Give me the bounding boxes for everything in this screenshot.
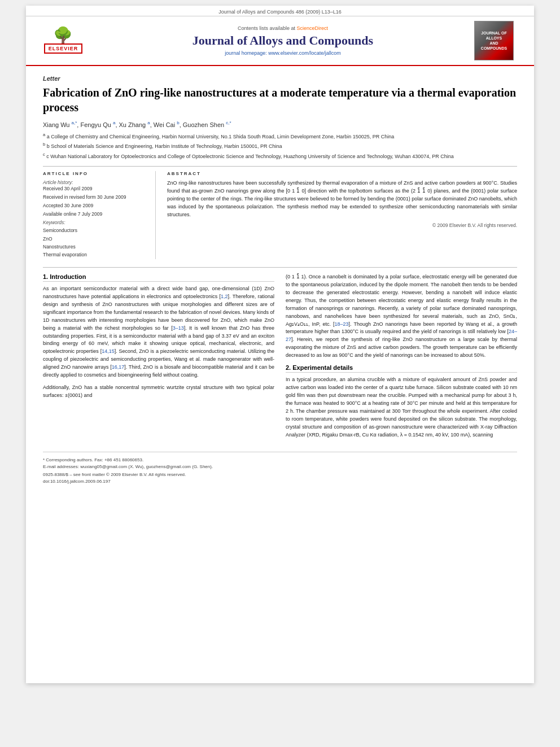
doi-line: doi:10.1016/j.jallcom.2009.06.197 bbox=[43, 479, 517, 484]
abstract-text: ZnO ring-like nanostructures have been s… bbox=[167, 180, 517, 219]
exp-para: In a typical procedure, an alumina cruci… bbox=[286, 376, 517, 439]
article-body: Letter Fabrication of ZnO ring-like nano… bbox=[26, 66, 534, 493]
email-footnote: E-mail addresses: wuxiang05@gmail.com (X… bbox=[43, 464, 517, 470]
article-title: Fabrication of ZnO ring-like nanostructu… bbox=[43, 85, 517, 115]
article-type: Letter bbox=[43, 75, 517, 82]
info-abstract-section: ARTICLE INFO Article history: Received 3… bbox=[43, 171, 517, 259]
journal-header: 🌳 ELSEVIER Contents lists available at S… bbox=[26, 16, 534, 66]
intro-heading: 1. Introduction bbox=[43, 273, 274, 282]
sciencedirect-link[interactable]: ScienceDirect bbox=[297, 25, 329, 31]
authors-text: Xiang Wu a,*, Fengyu Qu a, Xu Zhang a, W… bbox=[43, 121, 231, 128]
journal-badge-area: JOURNAL OFALLOYSANDCOMPOUNDS bbox=[474, 21, 525, 60]
journal-ref-bar: Journal of Alloys and Compounds 486 (200… bbox=[26, 6, 534, 16]
article-info-column: ARTICLE INFO Article history: Received 3… bbox=[43, 171, 156, 259]
keywords-label: Keywords: bbox=[43, 220, 148, 225]
exp-heading: 2. Experimental details bbox=[286, 364, 517, 373]
revised-date: Received in revised form 30 June 2009 bbox=[43, 194, 148, 200]
affiliation-c: c c Wuhan National Laboratory for Optoel… bbox=[43, 151, 517, 161]
keyword-4: Thermal evaporation bbox=[43, 251, 148, 259]
footnote-section: * Corresponding authors. Fax: +86 451 88… bbox=[43, 452, 517, 484]
accepted-date: Accepted 30 June 2009 bbox=[43, 203, 148, 208]
right-column: (0 1 1̄ 1). Once a nanobelt is dominated… bbox=[286, 273, 517, 444]
available-date: Available online 7 July 2009 bbox=[43, 211, 148, 217]
keyword-3: Nanostructures bbox=[43, 243, 148, 251]
affiliations: a a College of Chemistry and Chemical En… bbox=[43, 132, 517, 161]
article-page: Journal of Alloys and Compounds 486 (200… bbox=[26, 6, 534, 683]
journal-badge: JOURNAL OFALLOYSANDCOMPOUNDS bbox=[474, 21, 514, 60]
received-date: Received 30 April 2009 bbox=[43, 186, 148, 191]
contents-label: Contents lists available at ScienceDirec… bbox=[91, 25, 474, 31]
corresponding-footnote: * Corresponding authors. Fax: +86 451 88… bbox=[43, 457, 517, 464]
history-label: Article history: bbox=[43, 180, 148, 185]
main-content: 1. Introduction As an important semicond… bbox=[43, 273, 517, 444]
affiliation-b: b b School of Materials Science and Engi… bbox=[43, 141, 517, 151]
elsevier-tree-icon: 🌳 bbox=[53, 28, 73, 43]
left-column: 1. Introduction As an important semicond… bbox=[43, 273, 274, 444]
article-info-label: ARTICLE INFO bbox=[43, 171, 148, 176]
right-para-1: (0 1 1̄ 1). Once a nanobelt is dominated… bbox=[286, 273, 517, 360]
journal-title: Journal of Alloys and Compounds bbox=[91, 33, 474, 48]
journal-ref-text: Journal of Alloys and Compounds 486 (200… bbox=[218, 9, 342, 15]
intro-para-1: As an important semiconductor material w… bbox=[43, 285, 274, 379]
abstract-label: ABSTRACT bbox=[167, 171, 517, 176]
divider-2 bbox=[43, 267, 517, 268]
keywords-list: Semiconductors ZnO Nanostructures Therma… bbox=[43, 226, 148, 259]
email-addresses: wuxiang05@gmail.com (X. Wu), guozhens@gm… bbox=[80, 464, 213, 469]
intro-para-2: Additionally, ZnO has a stable noncentra… bbox=[43, 384, 274, 400]
journal-url[interactable]: www.elsevier.com/locate/jallcom bbox=[268, 50, 341, 56]
copyright-line: © 2009 Elsevier B.V. All rights reserved… bbox=[167, 222, 517, 228]
abstract-column: ABSTRACT ZnO ring-like nanostructures ha… bbox=[167, 171, 517, 259]
journal-homepage: journal homepage: www.elsevier.com/locat… bbox=[91, 50, 474, 56]
elsevier-logo-area: 🌳 ELSEVIER bbox=[35, 28, 91, 54]
divider-1 bbox=[43, 166, 517, 167]
elsevier-label: ELSEVIER bbox=[44, 43, 83, 54]
keyword-2: ZnO bbox=[43, 235, 148, 243]
authors-line: Xiang Wu a,*, Fengyu Qu a, Xu Zhang a, W… bbox=[43, 120, 517, 128]
journal-title-area: Contents lists available at ScienceDirec… bbox=[91, 25, 474, 56]
affiliation-a: a a College of Chemistry and Chemical En… bbox=[43, 132, 517, 141]
issn-line: 0925-8388/$ – see front matter © 2009 El… bbox=[43, 472, 517, 477]
keyword-1: Semiconductors bbox=[43, 226, 148, 234]
